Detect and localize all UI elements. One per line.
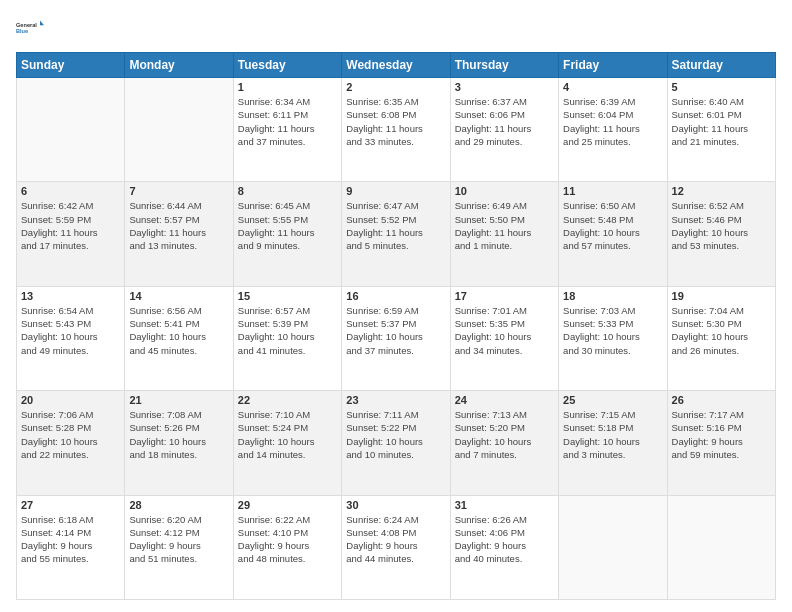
weekday-header-sunday: Sunday	[17, 53, 125, 78]
page: GeneralBlue SundayMondayTuesdayWednesday…	[0, 0, 792, 612]
svg-marker-2	[40, 20, 44, 25]
weekday-header-monday: Monday	[125, 53, 233, 78]
day-info: Sunrise: 6:22 AMSunset: 4:10 PMDaylight:…	[238, 513, 337, 566]
day-number: 30	[346, 499, 445, 511]
calendar-cell	[125, 78, 233, 182]
calendar-cell: 20Sunrise: 7:06 AMSunset: 5:28 PMDayligh…	[17, 391, 125, 495]
day-number: 22	[238, 394, 337, 406]
calendar-cell: 27Sunrise: 6:18 AMSunset: 4:14 PMDayligh…	[17, 495, 125, 599]
day-info: Sunrise: 7:15 AMSunset: 5:18 PMDaylight:…	[563, 408, 662, 461]
calendar-row: 27Sunrise: 6:18 AMSunset: 4:14 PMDayligh…	[17, 495, 776, 599]
calendar-cell: 16Sunrise: 6:59 AMSunset: 5:37 PMDayligh…	[342, 286, 450, 390]
calendar-cell	[17, 78, 125, 182]
day-number: 1	[238, 81, 337, 93]
calendar-cell: 29Sunrise: 6:22 AMSunset: 4:10 PMDayligh…	[233, 495, 341, 599]
day-number: 14	[129, 290, 228, 302]
day-number: 16	[346, 290, 445, 302]
day-number: 19	[672, 290, 771, 302]
day-number: 18	[563, 290, 662, 302]
day-info: Sunrise: 7:06 AMSunset: 5:28 PMDaylight:…	[21, 408, 120, 461]
day-info: Sunrise: 6:50 AMSunset: 5:48 PMDaylight:…	[563, 199, 662, 252]
day-info: Sunrise: 7:01 AMSunset: 5:35 PMDaylight:…	[455, 304, 554, 357]
day-number: 13	[21, 290, 120, 302]
calendar-cell: 18Sunrise: 7:03 AMSunset: 5:33 PMDayligh…	[559, 286, 667, 390]
calendar-cell: 24Sunrise: 7:13 AMSunset: 5:20 PMDayligh…	[450, 391, 558, 495]
day-info: Sunrise: 6:42 AMSunset: 5:59 PMDaylight:…	[21, 199, 120, 252]
day-info: Sunrise: 6:59 AMSunset: 5:37 PMDaylight:…	[346, 304, 445, 357]
calendar-cell: 17Sunrise: 7:01 AMSunset: 5:35 PMDayligh…	[450, 286, 558, 390]
calendar-cell: 13Sunrise: 6:54 AMSunset: 5:43 PMDayligh…	[17, 286, 125, 390]
calendar-row: 20Sunrise: 7:06 AMSunset: 5:28 PMDayligh…	[17, 391, 776, 495]
svg-text:Blue: Blue	[16, 28, 28, 34]
day-number: 20	[21, 394, 120, 406]
day-info: Sunrise: 6:39 AMSunset: 6:04 PMDaylight:…	[563, 95, 662, 148]
day-info: Sunrise: 7:17 AMSunset: 5:16 PMDaylight:…	[672, 408, 771, 461]
day-number: 25	[563, 394, 662, 406]
calendar-cell: 26Sunrise: 7:17 AMSunset: 5:16 PMDayligh…	[667, 391, 775, 495]
logo-icon: GeneralBlue	[16, 12, 48, 44]
day-info: Sunrise: 6:18 AMSunset: 4:14 PMDaylight:…	[21, 513, 120, 566]
day-number: 23	[346, 394, 445, 406]
calendar-cell: 23Sunrise: 7:11 AMSunset: 5:22 PMDayligh…	[342, 391, 450, 495]
day-info: Sunrise: 6:44 AMSunset: 5:57 PMDaylight:…	[129, 199, 228, 252]
calendar-cell: 30Sunrise: 6:24 AMSunset: 4:08 PMDayligh…	[342, 495, 450, 599]
day-info: Sunrise: 7:08 AMSunset: 5:26 PMDaylight:…	[129, 408, 228, 461]
calendar-row: 6Sunrise: 6:42 AMSunset: 5:59 PMDaylight…	[17, 182, 776, 286]
day-info: Sunrise: 6:24 AMSunset: 4:08 PMDaylight:…	[346, 513, 445, 566]
calendar-cell: 19Sunrise: 7:04 AMSunset: 5:30 PMDayligh…	[667, 286, 775, 390]
calendar-cell: 8Sunrise: 6:45 AMSunset: 5:55 PMDaylight…	[233, 182, 341, 286]
day-info: Sunrise: 6:40 AMSunset: 6:01 PMDaylight:…	[672, 95, 771, 148]
calendar-cell: 31Sunrise: 6:26 AMSunset: 4:06 PMDayligh…	[450, 495, 558, 599]
day-info: Sunrise: 6:49 AMSunset: 5:50 PMDaylight:…	[455, 199, 554, 252]
day-info: Sunrise: 6:37 AMSunset: 6:06 PMDaylight:…	[455, 95, 554, 148]
calendar-cell: 12Sunrise: 6:52 AMSunset: 5:46 PMDayligh…	[667, 182, 775, 286]
day-info: Sunrise: 6:52 AMSunset: 5:46 PMDaylight:…	[672, 199, 771, 252]
day-number: 21	[129, 394, 228, 406]
calendar-cell: 7Sunrise: 6:44 AMSunset: 5:57 PMDaylight…	[125, 182, 233, 286]
day-number: 6	[21, 185, 120, 197]
day-number: 9	[346, 185, 445, 197]
day-info: Sunrise: 7:10 AMSunset: 5:24 PMDaylight:…	[238, 408, 337, 461]
day-info: Sunrise: 7:03 AMSunset: 5:33 PMDaylight:…	[563, 304, 662, 357]
weekday-header-row: SundayMondayTuesdayWednesdayThursdayFrid…	[17, 53, 776, 78]
calendar-cell: 25Sunrise: 7:15 AMSunset: 5:18 PMDayligh…	[559, 391, 667, 495]
day-info: Sunrise: 6:57 AMSunset: 5:39 PMDaylight:…	[238, 304, 337, 357]
weekday-header-wednesday: Wednesday	[342, 53, 450, 78]
logo: GeneralBlue	[16, 12, 48, 44]
svg-text:General: General	[16, 22, 37, 28]
day-number: 4	[563, 81, 662, 93]
day-number: 11	[563, 185, 662, 197]
day-info: Sunrise: 7:11 AMSunset: 5:22 PMDaylight:…	[346, 408, 445, 461]
calendar-cell: 2Sunrise: 6:35 AMSunset: 6:08 PMDaylight…	[342, 78, 450, 182]
day-number: 26	[672, 394, 771, 406]
calendar-cell: 14Sunrise: 6:56 AMSunset: 5:41 PMDayligh…	[125, 286, 233, 390]
calendar-cell: 10Sunrise: 6:49 AMSunset: 5:50 PMDayligh…	[450, 182, 558, 286]
header: GeneralBlue	[16, 12, 776, 44]
day-number: 27	[21, 499, 120, 511]
day-number: 29	[238, 499, 337, 511]
day-number: 17	[455, 290, 554, 302]
day-info: Sunrise: 6:56 AMSunset: 5:41 PMDaylight:…	[129, 304, 228, 357]
calendar-cell: 6Sunrise: 6:42 AMSunset: 5:59 PMDaylight…	[17, 182, 125, 286]
calendar-cell: 22Sunrise: 7:10 AMSunset: 5:24 PMDayligh…	[233, 391, 341, 495]
day-number: 24	[455, 394, 554, 406]
calendar-cell: 28Sunrise: 6:20 AMSunset: 4:12 PMDayligh…	[125, 495, 233, 599]
day-info: Sunrise: 6:54 AMSunset: 5:43 PMDaylight:…	[21, 304, 120, 357]
calendar-row: 1Sunrise: 6:34 AMSunset: 6:11 PMDaylight…	[17, 78, 776, 182]
calendar-cell	[559, 495, 667, 599]
calendar-table: SundayMondayTuesdayWednesdayThursdayFrid…	[16, 52, 776, 600]
day-number: 12	[672, 185, 771, 197]
calendar-cell: 15Sunrise: 6:57 AMSunset: 5:39 PMDayligh…	[233, 286, 341, 390]
weekday-header-friday: Friday	[559, 53, 667, 78]
calendar-cell: 11Sunrise: 6:50 AMSunset: 5:48 PMDayligh…	[559, 182, 667, 286]
day-number: 28	[129, 499, 228, 511]
day-info: Sunrise: 6:47 AMSunset: 5:52 PMDaylight:…	[346, 199, 445, 252]
day-number: 8	[238, 185, 337, 197]
day-info: Sunrise: 6:34 AMSunset: 6:11 PMDaylight:…	[238, 95, 337, 148]
day-info: Sunrise: 6:35 AMSunset: 6:08 PMDaylight:…	[346, 95, 445, 148]
day-number: 5	[672, 81, 771, 93]
day-number: 31	[455, 499, 554, 511]
day-number: 10	[455, 185, 554, 197]
calendar-cell	[667, 495, 775, 599]
day-info: Sunrise: 6:45 AMSunset: 5:55 PMDaylight:…	[238, 199, 337, 252]
